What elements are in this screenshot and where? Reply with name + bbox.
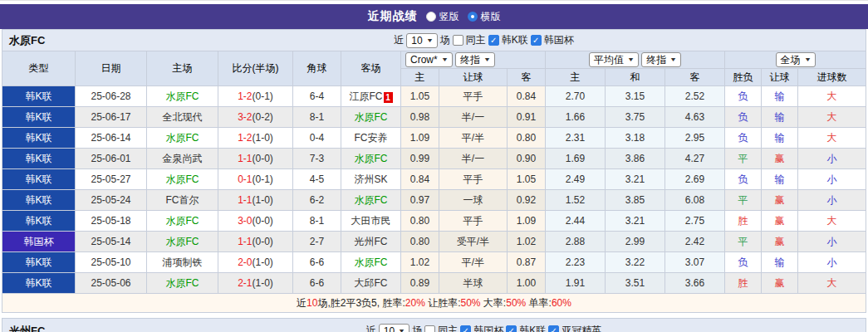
score-cell: 1-1(0-0) — [218, 149, 293, 169]
europe-time-select[interactable]: 终指 ▼ — [641, 52, 681, 67]
games-label: 场 — [412, 324, 422, 332]
europe-away-odds: 2.95 — [665, 128, 725, 149]
result-wdl: 负 — [725, 169, 762, 190]
full-time-score: 1-2 — [238, 132, 252, 144]
home-team-cell: 水原FC — [147, 128, 218, 149]
score-cell: 3-0(0-0) — [218, 211, 293, 232]
result-handicap: 赢 — [762, 232, 798, 252]
europe-company-select[interactable]: 平均值 ▼ — [589, 52, 639, 67]
away-team-cell: FC安养 — [341, 128, 401, 149]
europe-draw-odds: 3.21 — [606, 211, 665, 232]
same-home-checkbox[interactable] — [453, 35, 463, 46]
handicap-company-select[interactable]: Crow* ▼ — [405, 52, 453, 67]
result-handicap: 输 — [762, 86, 798, 107]
full-time-score: 2-0 — [238, 256, 252, 268]
handicap-home-odds: 0.80 — [401, 211, 439, 232]
home-team-cell: 水原FC — [147, 211, 218, 232]
chevron-down-icon: ▼ — [804, 54, 812, 66]
filter-kleague-label[interactable]: 韩K联 — [502, 33, 528, 47]
away-team-cell: 水原FC — [341, 190, 401, 211]
europe-home-odds: 2.49 — [546, 169, 606, 190]
score-cell: 1-1(0-0) — [218, 232, 293, 252]
europe-away-odds: 2.42 — [665, 232, 725, 252]
handicap-home-odds: 0.97 — [401, 190, 439, 211]
result-wdl: 平 — [725, 149, 762, 169]
europe-away-odds: 2.69 — [665, 169, 725, 190]
filter-kleague-checkbox[interactable] — [488, 35, 499, 46]
handicap-home-odds: 0.98 — [401, 107, 439, 128]
handicap-away-odds: 0.90 — [508, 149, 546, 169]
away-team: 济州SK — [354, 173, 387, 185]
next-filter-kleague-label[interactable]: 韩K联 — [519, 324, 546, 332]
handicap-home-odds: 0.99 — [401, 149, 439, 169]
next-filter-acl-label[interactable]: 亚冠精英 — [562, 324, 601, 332]
half-time-score: (0-0) — [253, 236, 273, 247]
vertical-radio-label[interactable]: 竖版 — [439, 10, 459, 24]
handicap-home-odds: 0.80 — [401, 232, 439, 252]
match-date: 25-05-14 — [76, 232, 147, 252]
scope-value: 全场 — [781, 54, 801, 66]
europe-draw-odds: 3.86 — [606, 149, 665, 169]
europe-draw-odds: 3.22 — [606, 252, 665, 273]
next-filter-korean-cup-label[interactable]: 韩国杯 — [473, 324, 503, 332]
away-team-cell: 光州FC — [341, 232, 401, 252]
corners: 2-7 — [293, 232, 341, 252]
rounds-value: 10 — [384, 325, 395, 332]
vertical-radio-icon[interactable] — [426, 12, 436, 22]
handicap-company-value: Crow* — [410, 54, 438, 66]
match-date: 25-05-06 — [76, 273, 147, 294]
home-team: 水原FC — [166, 277, 199, 289]
filter-korean-cup-label[interactable]: 韩国杯 — [544, 33, 574, 47]
europe-away-odds: 3.66 — [665, 273, 725, 294]
away-team-cell: 济州SK — [341, 169, 401, 190]
match-date: 25-05-10 — [76, 252, 147, 273]
chevron-down-icon: ▼ — [398, 325, 405, 332]
handicap-line: 平手 — [439, 169, 508, 190]
layout-vertical-option[interactable]: 竖版 — [426, 10, 459, 24]
match-date: 25-06-01 — [76, 149, 147, 169]
next-rounds-select[interactable]: 10 ▼ — [379, 324, 409, 332]
handicap-time-select[interactable]: 终指 ▼ — [455, 52, 495, 67]
filter-korean-cup-checkbox[interactable] — [531, 35, 542, 46]
horizontal-radio-icon[interactable] — [468, 12, 478, 22]
match-date: 25-05-24 — [76, 190, 147, 211]
europe-home-odds: 1.91 — [546, 273, 606, 294]
result-goals: 小 — [798, 232, 866, 252]
next-filter-korean-cup-checkbox[interactable] — [460, 325, 471, 332]
horizontal-radio-label[interactable]: 横版 — [481, 10, 501, 24]
away-team: 大田市民 — [351, 215, 391, 227]
europe-home-odds: 1.66 — [546, 107, 606, 128]
home-team: 水原FC — [166, 90, 199, 102]
half-time-score: (1-0) — [253, 256, 273, 268]
same-home-label[interactable]: 同主 — [466, 33, 486, 47]
handicap-home-odds: 0.89 — [401, 273, 439, 294]
away-team: 大邱FC — [355, 277, 388, 289]
europe-home-odds: 2.70 — [546, 86, 606, 107]
rounds-select[interactable]: 10 ▼ — [406, 33, 437, 48]
league-type-cell: 韩K联 — [2, 86, 76, 107]
chevron-down-icon: ▼ — [669, 54, 677, 66]
col-header-score: 比分(半场) — [218, 51, 293, 86]
result-wdl: 负 — [725, 252, 762, 273]
result-wdl: 平 — [725, 232, 762, 252]
layout-horizontal-option[interactable]: 横版 — [468, 10, 501, 24]
col-header-away: 客场 — [341, 51, 401, 86]
subcol-handicap-line: 让球 — [439, 69, 508, 86]
next-filter-acl-checkbox[interactable] — [548, 325, 559, 332]
result-goals: 大 — [798, 86, 866, 107]
subcol-result-goals: 进球数 — [798, 69, 866, 86]
games-label: 场 — [440, 33, 450, 47]
home-team: 水原FC — [166, 132, 199, 144]
result-handicap: 输 — [762, 107, 798, 128]
next-same-home-checkbox[interactable] — [424, 325, 435, 332]
injury-count-badge: 1 — [384, 92, 393, 103]
europe-draw-odds: 3.85 — [606, 190, 665, 211]
home-team-cell: 全北现代 — [147, 107, 218, 128]
next-filter-kleague-checkbox[interactable] — [506, 325, 517, 332]
subcol-europe-away: 客 — [665, 69, 725, 86]
result-goals: 大 — [798, 211, 866, 232]
next-same-home-label[interactable]: 同主 — [438, 324, 458, 332]
away-team-cell: 水原FC — [341, 107, 401, 128]
full-time-score: 3-2 — [238, 111, 252, 123]
scope-select[interactable]: 全场 ▼ — [776, 52, 816, 67]
